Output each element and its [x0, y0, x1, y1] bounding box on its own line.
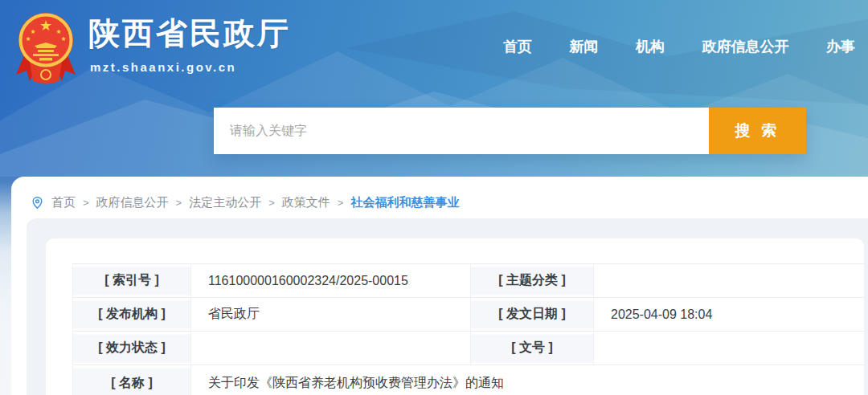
info-label-index-number: [ 索引号 ]	[73, 264, 191, 298]
search-button[interactable]: 搜 索	[709, 108, 806, 154]
site-url: mzt.shaanxi.gov.cn	[90, 60, 291, 74]
table-row: [ 名称 ] 关于印发《陕西省养老机构预收费管理办法》的通知	[73, 365, 865, 395]
site-header: ★ ★ ★ ★ ★ 陕西省民政厅 mzt.shaanxi.gov.cn 首页 新…	[0, 0, 868, 177]
nav-item-agency[interactable]: 机构	[636, 37, 665, 56]
breadcrumb-item[interactable]: 政府信息公开	[96, 195, 169, 210]
nav-item-services[interactable]: 办事	[826, 37, 855, 56]
info-value-validity-status	[191, 332, 471, 365]
breadcrumb-separator: >	[338, 197, 344, 209]
info-value-issue-date: 2025-04-09 18:04	[594, 298, 865, 332]
svg-text:★: ★	[55, 28, 61, 35]
breadcrumb: 首页 > 政府信息公开 > 法定主动公开 > 政策文件 > 社会福利和慈善事业	[31, 195, 459, 210]
svg-text:★: ★	[39, 18, 52, 34]
breadcrumb-separator: >	[83, 197, 89, 209]
info-value-topic-category	[594, 264, 865, 298]
breadcrumb-separator: >	[176, 197, 182, 209]
site-title: 陕西省民政厅	[88, 15, 291, 53]
info-value-document-number	[594, 332, 865, 365]
info-value-index-number: 116100000160002324/2025-00015	[191, 264, 471, 298]
table-row: [ 发布机构 ] 省民政厅 [ 发文日期 ] 2025-04-09 18:04	[73, 298, 865, 332]
nav-item-home[interactable]: 首页	[503, 37, 532, 56]
search-input[interactable]	[214, 108, 709, 154]
svg-text:★: ★	[60, 35, 66, 43]
site-brand[interactable]: ★ ★ ★ ★ ★ 陕西省民政厅 mzt.shaanxi.gov.cn	[14, 10, 291, 89]
svg-text:★: ★	[25, 35, 31, 43]
info-label-issue-date: [ 发文日期 ]	[471, 298, 594, 332]
svg-text:★: ★	[30, 28, 35, 35]
nav-item-gov-info[interactable]: 政府信息公开	[702, 37, 789, 56]
info-label-title: [ 名称 ]	[73, 365, 191, 395]
info-label-document-number: [ 文号 ]	[471, 332, 594, 365]
table-row: [ 效力状态 ] [ 文号 ]	[73, 332, 865, 365]
article-panel: [ 索引号 ] 116100000160002324/2025-00015 [ …	[46, 238, 864, 395]
breadcrumb-item-current[interactable]: 社会福利和慈善事业	[350, 195, 459, 210]
national-emblem-icon: ★ ★ ★ ★ ★	[14, 10, 77, 89]
main-nav: 首页 新闻 机构 政府信息公开 办事	[503, 37, 855, 56]
breadcrumb-item[interactable]: 首页	[51, 195, 76, 210]
breadcrumb-item[interactable]: 法定主动公开	[189, 195, 261, 210]
info-label-validity-status: [ 效力状态 ]	[73, 332, 191, 365]
info-label-issuing-agency: [ 发布机构 ]	[73, 298, 191, 332]
info-label-topic-category: [ 主题分类 ]	[471, 264, 594, 298]
info-value-title: 关于印发《陕西省养老机构预收费管理办法》的通知	[191, 365, 865, 395]
nav-item-news[interactable]: 新闻	[570, 37, 599, 56]
content-card: 首页 > 政府信息公开 > 法定主动公开 > 政策文件 > 社会福利和慈善事业 …	[11, 177, 868, 395]
document-info-table: [ 索引号 ] 116100000160002324/2025-00015 [ …	[72, 263, 865, 395]
content-panel: [ 索引号 ] 116100000160002324/2025-00015 [ …	[27, 218, 868, 395]
breadcrumb-item[interactable]: 政策文件	[282, 195, 330, 210]
table-row: [ 索引号 ] 116100000160002324/2025-00015 [ …	[73, 264, 865, 298]
breadcrumb-separator: >	[268, 197, 275, 209]
search-bar: 搜 索	[214, 108, 806, 154]
info-value-issuing-agency: 省民政厅	[191, 298, 471, 332]
location-pin-icon	[31, 196, 44, 210]
